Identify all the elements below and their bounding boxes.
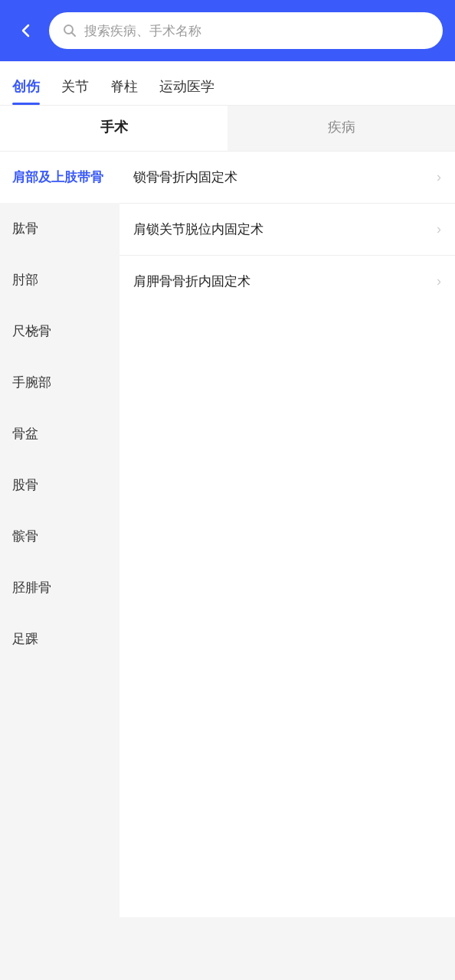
content-area: 肩部及上肢带骨 肱骨 肘部 尺桡骨 手腕部 骨盆 股骨 髌骨 胫腓骨 足踝 锁骨… xyxy=(0,152,455,917)
header: 搜索疾病、手术名称 xyxy=(0,0,455,61)
search-placeholder-text: 搜索疾病、手术名称 xyxy=(84,22,201,40)
toggle-tabs: 手术 疾病 xyxy=(0,106,455,152)
toggle-tab-disease[interactable]: 疾病 xyxy=(228,106,455,151)
chevron-right-icon-2: › xyxy=(437,273,441,289)
sidebar-item-wrist[interactable]: 手腕部 xyxy=(0,357,119,408)
category-tab-spine[interactable]: 脊柱 xyxy=(110,77,138,105)
procedure-name-0: 锁骨骨折内固定术 xyxy=(133,168,430,186)
sidebar-item-humerus[interactable]: 肱骨 xyxy=(0,203,119,254)
procedure-name-1: 肩锁关节脱位内固定术 xyxy=(133,220,430,238)
category-tabs: 创伤 关节 脊柱 运动医学 xyxy=(0,61,455,106)
procedure-item-2[interactable]: 肩胛骨骨折内固定术 › xyxy=(119,256,455,307)
procedures-list: 锁骨骨折内固定术 › 肩锁关节脱位内固定术 › 肩胛骨骨折内固定术 › xyxy=(119,152,455,917)
category-tab-joint[interactable]: 关节 xyxy=(61,77,89,105)
sidebar-item-tibia-fibula[interactable]: 胫腓骨 xyxy=(0,562,119,613)
sidebar-item-patella[interactable]: 髌骨 xyxy=(0,511,119,562)
sidebar-item-elbow[interactable]: 肘部 xyxy=(0,254,119,305)
back-button[interactable] xyxy=(12,17,40,44)
search-bar[interactable]: 搜索疾病、手术名称 xyxy=(49,12,443,49)
chevron-right-icon-0: › xyxy=(437,169,441,185)
toggle-tab-surgery[interactable]: 手术 xyxy=(0,106,228,151)
sidebar-item-ulna-radius[interactable]: 尺桡骨 xyxy=(0,305,119,357)
search-icon xyxy=(63,24,77,38)
procedure-item-0[interactable]: 锁骨骨折内固定术 › xyxy=(119,152,455,204)
sidebar-item-pelvis[interactable]: 骨盆 xyxy=(0,408,119,459)
sidebar-item-ankle[interactable]: 足踝 xyxy=(0,613,119,665)
chevron-right-icon-1: › xyxy=(437,221,441,237)
category-tab-sports[interactable]: 运动医学 xyxy=(159,77,214,105)
sidebar: 肩部及上肢带骨 肱骨 肘部 尺桡骨 手腕部 骨盆 股骨 髌骨 胫腓骨 足踝 xyxy=(0,152,119,917)
sidebar-item-shoulder[interactable]: 肩部及上肢带骨 xyxy=(0,152,119,203)
sidebar-item-femur[interactable]: 股骨 xyxy=(0,459,119,511)
category-tab-trauma[interactable]: 创伤 xyxy=(12,77,40,105)
procedure-item-1[interactable]: 肩锁关节脱位内固定术 › xyxy=(119,204,455,256)
procedure-name-2: 肩胛骨骨折内固定术 xyxy=(133,273,430,290)
